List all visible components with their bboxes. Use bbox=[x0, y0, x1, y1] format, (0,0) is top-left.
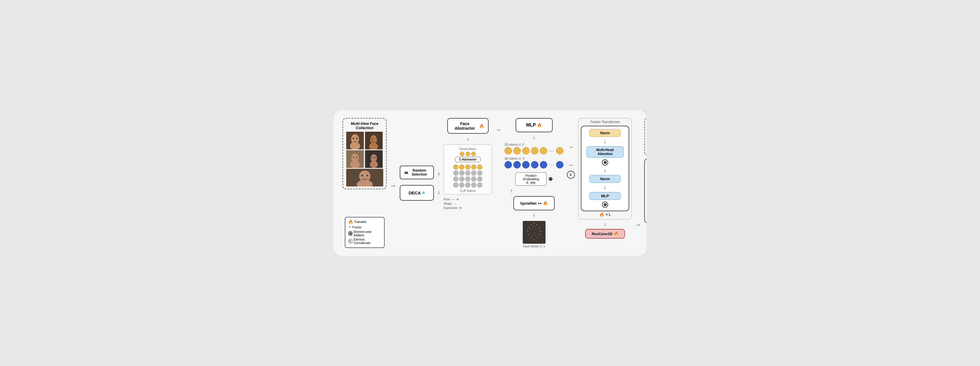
sprialnet-box: SprialNet ++ 🔥 bbox=[513, 196, 555, 210]
arrow-down-3: ↓ bbox=[533, 134, 535, 141]
arrow-up-3: ↑ bbox=[533, 213, 535, 219]
token-2d-3 bbox=[522, 147, 530, 155]
expression-x: ✕ bbox=[459, 206, 461, 209]
sprialnet-flame: 🔥 bbox=[543, 201, 548, 206]
svg-point-11 bbox=[350, 161, 360, 168]
face-vertex-img bbox=[523, 221, 546, 244]
svg-point-12 bbox=[353, 157, 354, 158]
tokens-3d-row: ··· bbox=[504, 161, 563, 168]
concat-symbol: C bbox=[570, 173, 572, 176]
legend-element-add: ⊕ Element-wise Addition bbox=[348, 230, 381, 237]
svg-point-15 bbox=[371, 154, 377, 162]
svg-point-16 bbox=[370, 161, 378, 168]
face-thumb-1 bbox=[346, 132, 364, 149]
c-abstractor-section: Visual tokens C-Abstractor bbox=[444, 144, 492, 194]
arrow-down-norm: ↓ bbox=[604, 139, 606, 144]
svg-point-38 bbox=[532, 229, 533, 229]
fusion-transformer-wrapper: Fusion Transformer Norm ↓ Multi-Head Att… bbox=[578, 118, 632, 219]
token-3d-1 bbox=[504, 161, 512, 168]
output-col: Output video bbox=[644, 118, 647, 248]
pos-embed-row: Position Embedding E_dep ⊕ bbox=[515, 173, 553, 185]
fusion-flame: 🔥 bbox=[599, 213, 604, 217]
arrow-col-3: → bbox=[495, 118, 501, 248]
clip-c3 bbox=[465, 165, 470, 169]
face-abstractor-box: Face Abstractor 🔥 bbox=[447, 118, 488, 134]
concat-icon: C bbox=[348, 239, 353, 243]
plus-embed: ⊕ bbox=[548, 176, 553, 182]
pose-dash: — bbox=[452, 198, 455, 201]
face-thumb-3 bbox=[346, 150, 364, 168]
legend-box: 🔥 Trainable ❄ Frozen ⊕ Element-wise Addi… bbox=[345, 217, 385, 248]
vt-circle-1 bbox=[460, 152, 465, 156]
svg-point-44 bbox=[535, 226, 535, 227]
clip-c16 bbox=[453, 182, 458, 187]
resconv-flame: 🔥 bbox=[614, 232, 619, 236]
face-grid bbox=[346, 132, 383, 186]
clip-c17 bbox=[459, 182, 465, 187]
norm1-box: Norm bbox=[589, 129, 621, 137]
arrow-1: → bbox=[390, 118, 396, 248]
pos-embed-label: Position Embedding bbox=[518, 174, 544, 181]
clip-c7 bbox=[459, 171, 465, 176]
clip-c15 bbox=[477, 176, 482, 182]
clip-c5 bbox=[477, 165, 482, 169]
camera-icon: 📷 bbox=[404, 171, 408, 174]
clip-c4 bbox=[471, 165, 476, 169]
resconv-box: ResConv1D 🔥 bbox=[585, 229, 625, 238]
mha-box: Multi-Head Attention bbox=[587, 146, 624, 158]
arrow-down-2: ↓ bbox=[467, 136, 469, 142]
svg-point-27 bbox=[531, 225, 531, 225]
tokens-3d-group: 3D tokens X_V ··· bbox=[504, 157, 563, 168]
token-3d-3 bbox=[522, 161, 530, 168]
svg-point-3 bbox=[353, 138, 354, 139]
svg-point-8 bbox=[371, 139, 372, 140]
deca-pose: Pose — ✕ bbox=[444, 198, 461, 201]
svg-point-37 bbox=[534, 239, 535, 240]
element-concat-label: Element Concatenate bbox=[354, 238, 381, 245]
svg-point-47 bbox=[530, 233, 530, 234]
clip-c10 bbox=[477, 171, 482, 176]
concat-circle: C bbox=[567, 171, 575, 179]
legend-element-concat: C Element Concatenate bbox=[348, 238, 381, 245]
token-2d-dots: ··· bbox=[549, 148, 555, 154]
fusion-col: Fusion Transformer Norm ↓ Multi-Head Att… bbox=[578, 118, 632, 248]
arrow-down-1: ↓ bbox=[438, 189, 440, 195]
token-3d-dots: ··· bbox=[549, 162, 555, 168]
arrow-right-1: → bbox=[390, 182, 396, 190]
fusion-transformer-title: Fusion Transformer bbox=[590, 120, 620, 124]
x-l-row: 🔥 × L bbox=[599, 213, 611, 217]
arrow-col-output: → bbox=[635, 118, 641, 248]
arrow-right-2: → bbox=[495, 126, 501, 133]
clip-c6 bbox=[453, 171, 458, 176]
deca-label: DECA bbox=[409, 190, 421, 195]
face-collection-section: Multi-View Face Collection bbox=[342, 118, 387, 189]
face-thumb-4 bbox=[365, 150, 383, 168]
main-layout: Multi-View Face Collection bbox=[342, 118, 638, 248]
token-2d-4 bbox=[531, 147, 538, 155]
resconv-label: ResConv1D bbox=[592, 232, 612, 236]
deca-snowflake: ❄ bbox=[422, 191, 425, 195]
svg-point-29 bbox=[528, 227, 529, 229]
clip-c11 bbox=[453, 176, 458, 182]
diagram-scroll: Multi-View Face Collection bbox=[333, 110, 647, 256]
x-l-badge: × L bbox=[606, 213, 611, 217]
arrow-right-3: → bbox=[568, 144, 574, 150]
clip-c8 bbox=[465, 171, 470, 176]
mmdit-box: MM-DiT Blocks FFN ❄ ↓ Cross 🔥 ↓ Attentio… bbox=[644, 159, 647, 223]
face-vertex-label: Face Vertex V_s bbox=[523, 245, 545, 248]
face-abstractor-flame: 🔥 bbox=[479, 124, 484, 128]
arrows-up-down: ↑ ↓ bbox=[438, 171, 440, 195]
output-video-box: Output video bbox=[644, 118, 647, 155]
token-2d-5 bbox=[540, 147, 547, 155]
clip-c12 bbox=[459, 176, 465, 182]
clip-c18 bbox=[465, 182, 470, 187]
arrow-up-1: ↑ bbox=[438, 171, 440, 177]
svg-point-30 bbox=[539, 227, 539, 229]
element-add-label: Element-wise Addition bbox=[354, 230, 381, 237]
random-selection-label: Random Selection bbox=[409, 168, 430, 176]
svg-point-43 bbox=[533, 226, 534, 227]
clip-c19 bbox=[471, 182, 476, 187]
random-selection-wrapper: 📷 Random Selection bbox=[400, 166, 434, 179]
face-vertex-section: Face Vertex V_s bbox=[523, 221, 546, 248]
token-3d-5 bbox=[540, 161, 547, 168]
